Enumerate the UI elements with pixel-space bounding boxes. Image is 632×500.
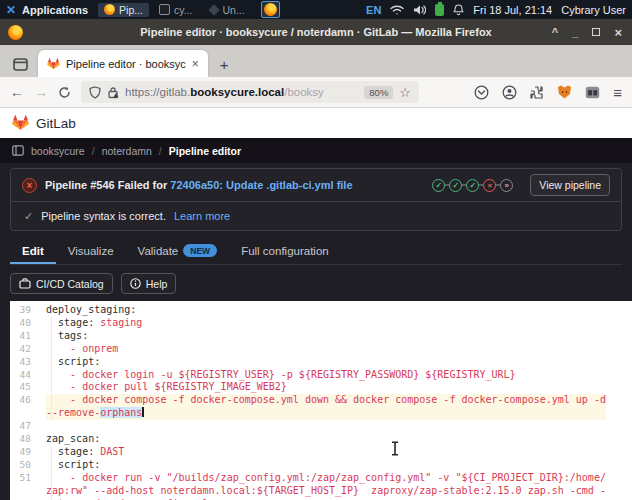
- learn-more-link[interactable]: Learn more: [174, 210, 230, 222]
- pocket-icon[interactable]: [474, 85, 489, 100]
- sidebar-toggle-icon[interactable]: [12, 145, 24, 156]
- code-text: tags:: [46, 330, 606, 343]
- foxyproxy-extension-icon[interactable]: [557, 85, 572, 99]
- tab-edit[interactable]: Edit: [10, 237, 56, 264]
- breadcrumb-separator: /: [92, 145, 95, 157]
- code-line[interactable]: 48zap_scan:: [10, 433, 632, 446]
- tab-validate[interactable]: ValidateNEW: [126, 237, 230, 264]
- text-caret: [142, 407, 144, 417]
- screen: ✕ Applications Pip...cy...Un... EN Fri 1…: [0, 0, 632, 500]
- clock[interactable]: Fri 18 Jul, 21:14: [473, 4, 552, 16]
- window-title: Pipeline editor · booksycure / noterdamn…: [0, 26, 632, 38]
- applications-menu[interactable]: Applications: [22, 4, 88, 16]
- close-button[interactable]: ×: [614, 26, 622, 39]
- code-token: DAST: [100, 446, 124, 457]
- app-icon: [208, 4, 219, 15]
- stage-failed-icon[interactable]: ×: [483, 179, 496, 192]
- taskbar-item[interactable]: Un...: [203, 3, 251, 17]
- container-tabs-icon[interactable]: [585, 86, 600, 99]
- battery-icon[interactable]: [435, 4, 444, 16]
- line-number: 40: [10, 317, 46, 330]
- tab-close-icon[interactable]: ×: [192, 57, 199, 71]
- code-line[interactable]: 50 script:: [10, 459, 632, 472]
- gitlab-logo-icon[interactable]: [12, 115, 29, 131]
- breadcrumb-separator: /: [159, 145, 162, 157]
- code-token: - docker pull ${REGISTRY_IMAGE_WEB2}: [46, 381, 287, 392]
- new-badge: NEW: [183, 244, 217, 257]
- code-line[interactable]: 46 - docker compose -f docker-compose.ym…: [10, 394, 632, 420]
- forward-button[interactable]: →: [34, 84, 48, 100]
- notifications-bell-icon[interactable]: [453, 4, 464, 16]
- extensions-puzzle-icon[interactable]: [530, 85, 544, 99]
- minimize-button[interactable]: _: [572, 27, 578, 38]
- code-token: stage:: [46, 446, 100, 457]
- code-line[interactable]: 44 - docker login -u ${REGISTRY_USER} -p…: [10, 369, 632, 382]
- taskbar-item[interactable]: cy...: [153, 3, 198, 17]
- code-line[interactable]: 49 stage: DAST: [10, 446, 632, 459]
- gitlab-wordmark[interactable]: GitLab: [36, 116, 76, 131]
- commit-link[interactable]: 72406a50: Update .gitlab-ci.yml file: [170, 179, 352, 191]
- url-text[interactable]: https://gitlab.booksycure.local/booksy: [125, 86, 358, 98]
- taskbar-item[interactable]: Pip...: [98, 3, 149, 17]
- code-text: deploy_staging:: [46, 304, 606, 317]
- pipeline-failed-icon: ×: [22, 178, 37, 193]
- language-indicator[interactable]: EN: [366, 4, 381, 16]
- code-line[interactable]: 41 tags:: [10, 330, 632, 343]
- breadcrumb-item[interactable]: booksycure: [31, 145, 85, 157]
- code-line[interactable]: 39deploy_staging:: [10, 304, 632, 317]
- new-tab-button[interactable]: +: [208, 56, 241, 77]
- tracking-shield-icon[interactable]: [89, 86, 101, 99]
- help-button[interactable]: Help: [121, 273, 177, 294]
- address-bar[interactable]: https://gitlab.booksycure.local/booksy 8…: [81, 81, 419, 103]
- stage-success-icon[interactable]: ✓: [466, 179, 479, 192]
- account-icon[interactable]: [502, 85, 517, 100]
- maximize-button[interactable]: [592, 28, 600, 36]
- code-text: stage: staging: [46, 317, 606, 330]
- menu-hamburger-icon[interactable]: ≡: [613, 84, 622, 101]
- stage-success-icon[interactable]: ✓: [449, 179, 462, 192]
- line-number: 43: [10, 356, 46, 369]
- tab-title: Pipeline editor · booksyc: [66, 58, 186, 70]
- bookmark-star-icon[interactable]: ☆: [399, 85, 411, 100]
- check-icon: ✓: [24, 210, 33, 223]
- window-titlebar[interactable]: Pipeline editor · booksycure / noterdamn…: [0, 19, 632, 45]
- view-pipeline-button[interactable]: View pipeline: [530, 174, 610, 196]
- breadcrumb-item[interactable]: noterdamn: [102, 145, 152, 157]
- code-line[interactable]: 40 stage: staging: [10, 317, 632, 330]
- editor-toolbar: CI/CD Catalog Help: [10, 273, 622, 294]
- firefox-launcher[interactable]: [261, 1, 280, 18]
- cicd-catalog-button[interactable]: CI/CD Catalog: [10, 273, 113, 294]
- pipeline-mini-graph[interactable]: ✓✓✓×»: [432, 179, 513, 192]
- wifi-icon[interactable]: [390, 4, 404, 16]
- zoom-level-badge[interactable]: 80%: [364, 86, 393, 99]
- line-number: 48: [10, 433, 46, 446]
- mouse-ibeam-cursor: [390, 441, 400, 456]
- code-token: orphans: [100, 407, 142, 418]
- code-line[interactable]: 42 - onprem: [10, 343, 632, 356]
- shade-button[interactable]: ^: [552, 27, 558, 38]
- back-button[interactable]: ←: [10, 84, 24, 100]
- browser-tab-strip: Pipeline editor · booksyc × +: [0, 45, 632, 77]
- code-line[interactable]: 45 - docker pull ${REGISTRY_IMAGE_WEB2}: [10, 381, 632, 394]
- code-line[interactable]: 43 script:: [10, 356, 632, 369]
- code-text: [46, 420, 606, 433]
- code-editor[interactable]: 39deploy_staging:40 stage: staging41 tag…: [10, 301, 632, 500]
- tab-full-configuration[interactable]: Full configuration: [229, 237, 341, 264]
- reload-button[interactable]: [58, 86, 71, 99]
- logged-in-user[interactable]: Cybrary User: [561, 4, 626, 16]
- lock-warning-icon[interactable]: [107, 86, 119, 99]
- firefox-view-icon[interactable]: [8, 51, 32, 77]
- volume-icon[interactable]: [413, 4, 426, 16]
- breadcrumb-item[interactable]: Pipeline editor: [169, 145, 241, 157]
- code-line[interactable]: 51 - docker run -v "/builds/zap_config.y…: [10, 472, 632, 500]
- stage-skipped-icon[interactable]: »: [500, 179, 513, 192]
- stage-success-icon[interactable]: ✓: [432, 179, 445, 192]
- code-token: staging: [100, 317, 142, 328]
- code-line[interactable]: 47: [10, 420, 632, 433]
- browser-tab[interactable]: Pipeline editor · booksyc ×: [38, 50, 208, 77]
- task-label: cy...: [174, 4, 192, 16]
- tab-visualize[interactable]: Visualize: [56, 237, 126, 264]
- code-token: stage:: [46, 317, 100, 328]
- code-text: - docker compose -f docker-compose.yml d…: [46, 394, 606, 420]
- code-token: - docker login -u ${REGISTRY_USER} -p ${…: [46, 369, 516, 380]
